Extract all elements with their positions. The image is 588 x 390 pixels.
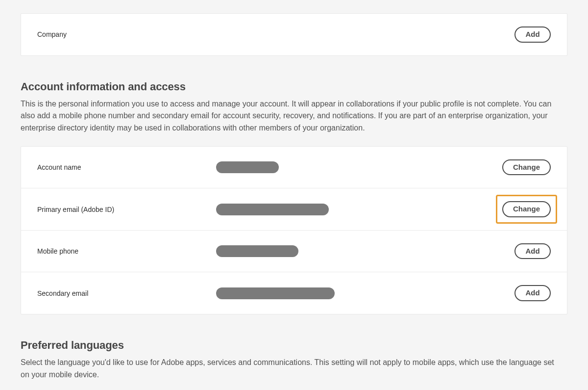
redacted-value [216, 245, 298, 257]
primary-email-change-button[interactable]: Change [502, 201, 551, 217]
mobile-phone-add-button[interactable]: Add [514, 243, 551, 260]
primary-email-highlight: Change [496, 195, 557, 224]
company-label: Company [37, 30, 216, 38]
company-add-button[interactable]: Add [514, 26, 551, 43]
secondary-email-value [216, 287, 514, 299]
account-name-change-button[interactable]: Change [502, 159, 551, 176]
secondary-email-row: Secondary email Add [21, 272, 567, 314]
secondary-email-add-button[interactable]: Add [514, 285, 551, 301]
redacted-value [216, 204, 329, 215]
mobile-phone-value [216, 245, 514, 257]
preferred-languages-description: Select the language you'd like to use fo… [21, 357, 560, 381]
account-name-label: Account name [37, 163, 216, 171]
primary-email-value [216, 204, 496, 215]
account-name-row: Account name Change [21, 147, 567, 188]
company-row: Company Add [21, 14, 567, 55]
primary-email-row: Primary email (Adobe ID) Change [21, 188, 567, 230]
preferred-languages-title: Preferred languages [21, 339, 567, 352]
account-name-value [216, 161, 502, 173]
secondary-email-label: Secondary email [37, 289, 216, 297]
account-info-description: This is the personal information you use… [21, 98, 560, 134]
redacted-value [216, 287, 335, 299]
account-info-card: Account name Change Primary email (Adobe… [21, 146, 567, 314]
company-card: Company Add [21, 13, 567, 56]
mobile-phone-row: Mobile phone Add [21, 230, 567, 272]
account-info-title: Account information and access [21, 80, 567, 93]
primary-email-label: Primary email (Adobe ID) [37, 206, 216, 213]
mobile-phone-label: Mobile phone [37, 247, 216, 255]
redacted-value [216, 161, 279, 173]
